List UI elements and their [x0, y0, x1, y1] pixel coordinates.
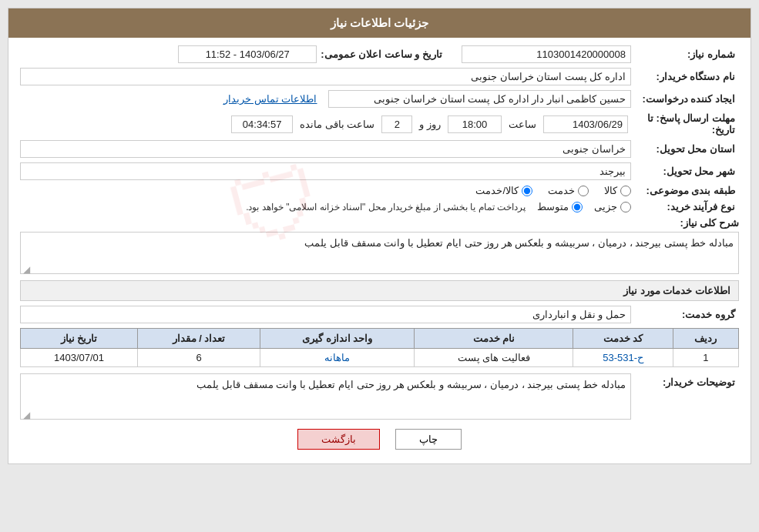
category-radio-kala-khedmat[interactable]	[522, 186, 532, 196]
buyer-org-value: اداره کل پست استان خراسان جنوبی	[20, 68, 631, 85]
announce-date-value: 1403/06/27 - 11:52	[178, 45, 317, 63]
contact-link[interactable]: اطلاعات تماس خریدار	[20, 91, 322, 108]
purchase-type-jozi[interactable]: جزیی	[594, 201, 631, 212]
col-header-row: ردیف	[673, 329, 738, 349]
creator-label: ایجاد کننده درخواست:	[631, 93, 739, 105]
purchase-jozi-label: جزیی	[594, 201, 617, 212]
resize-handle[interactable]: ◢	[22, 264, 30, 272]
buyer-desc-resize-handle[interactable]: ◢	[22, 410, 30, 417]
response-remaining-label: ساعت باقی مانده	[296, 119, 378, 130]
purchase-type-motevaset[interactable]: متوسط	[537, 201, 583, 212]
province-value: خراسان جنوبی	[20, 140, 631, 158]
creator-value: حسین کاظمی انبار دار اداره کل پست استان …	[328, 90, 632, 108]
buyer-desc-value: مبادله خط پستی بیرجند ، درمیان ، سربیشه …	[196, 379, 626, 390]
city-value: بیرجند	[20, 162, 631, 180]
buyer-desc-box: مبادله خط پستی بیرجند ، درمیان ، سربیشه …	[20, 373, 631, 420]
category-kala-khedmat-label: کالا/خدمت	[475, 185, 519, 196]
purchase-motevaset-label: متوسط	[537, 201, 569, 212]
category-label: طبقه بندی موضوعی:	[631, 185, 739, 196]
purchase-radio-jozi[interactable]	[620, 202, 631, 212]
category-radio-group: کالا خدمت کالا/خدمت	[475, 185, 631, 196]
col-header-date: تاریخ نیاز	[21, 329, 138, 349]
need-summary-box: مبادله خط پستی بیرجند ، درمیان ، سربیشه …	[20, 232, 739, 274]
print-button[interactable]: چاپ	[395, 429, 462, 450]
cell-qty: 6	[138, 349, 260, 367]
response-days: 2	[381, 115, 412, 133]
response-deadline-label: مهلت ارسال پاسخ: تا تاریخ:	[631, 112, 739, 136]
back-button[interactable]: بازگشت	[297, 429, 380, 450]
services-table: ردیف کد خدمت نام خدمت واحد اندازه گیری ت…	[20, 328, 739, 367]
need-number-label: شماره نیاز:	[631, 49, 739, 60]
category-kala-label: کالا	[604, 185, 617, 196]
services-section-title: اطلاعات خدمات مورد نیاز	[20, 280, 739, 301]
col-header-service-name: نام خدمت	[415, 329, 573, 349]
category-radio-kala[interactable]	[620, 186, 631, 196]
announce-date-label: تاریخ و ساعت اعلان عمومی:	[317, 49, 446, 60]
city-label: شهر محل تحویل:	[631, 166, 739, 177]
purchase-type-label: نوع فرآیند خرید:	[631, 201, 739, 212]
category-option-khedmat[interactable]: خدمت	[548, 185, 589, 196]
col-header-qty: تعداد / مقدار	[138, 329, 260, 349]
category-option-kala[interactable]: کالا	[604, 185, 631, 196]
need-number-value: 1103001420000008	[462, 45, 631, 63]
category-option-kala-khedmat[interactable]: کالا/خدمت	[475, 185, 532, 196]
need-summary-value: مبادله خط پستی بیرجند ، درمیان ، سربیشه …	[304, 237, 734, 249]
page-title: جزئیات اطلاعات نیاز	[8, 8, 751, 38]
purchase-note: پرداخت تمام یا بخشی از مبلغ خریدار محل "…	[246, 202, 526, 212]
response-date: 1403/06/29	[543, 115, 628, 133]
need-summary-section-title: شرح کلی نیاز:	[20, 217, 739, 229]
response-time-label: ساعت	[505, 119, 540, 130]
service-group-value: حمل و نقل و انبارداری	[20, 306, 631, 323]
cell-unit: ماهانه	[260, 349, 415, 367]
col-header-unit: واحد اندازه گیری	[260, 329, 415, 349]
service-group-label: گروه خدمت:	[631, 309, 739, 320]
province-label: استان محل تحویل:	[631, 143, 739, 155]
category-khedmat-label: خدمت	[548, 185, 575, 196]
purchase-type-radio-group: جزیی متوسط پرداخت تمام یا بخشی از مبلغ خ…	[20, 201, 631, 212]
purchase-radio-motevaset[interactable]	[572, 202, 583, 212]
cell-row: 1	[673, 349, 738, 367]
col-header-service-code: کد خدمت	[573, 329, 673, 349]
buyer-org-label: نام دستگاه خریدار:	[631, 71, 739, 82]
cell-service-code: ح-531-53	[573, 349, 673, 367]
cell-date: 1403/07/01	[21, 349, 138, 367]
cell-service-name: فعالیت های پست	[415, 349, 573, 367]
response-time: 18:00	[448, 115, 502, 133]
response-remaining: 04:34:57	[231, 115, 293, 133]
action-buttons: چاپ بازگشت	[20, 429, 739, 450]
category-radio-khedmat[interactable]	[578, 186, 589, 196]
table-row: 1 ح-531-53 فعالیت های پست ماهانه 6 1403/…	[21, 349, 739, 367]
response-days-label: روز و	[415, 119, 445, 130]
buyer-desc-label: توضیحات خریدار:	[631, 373, 739, 388]
